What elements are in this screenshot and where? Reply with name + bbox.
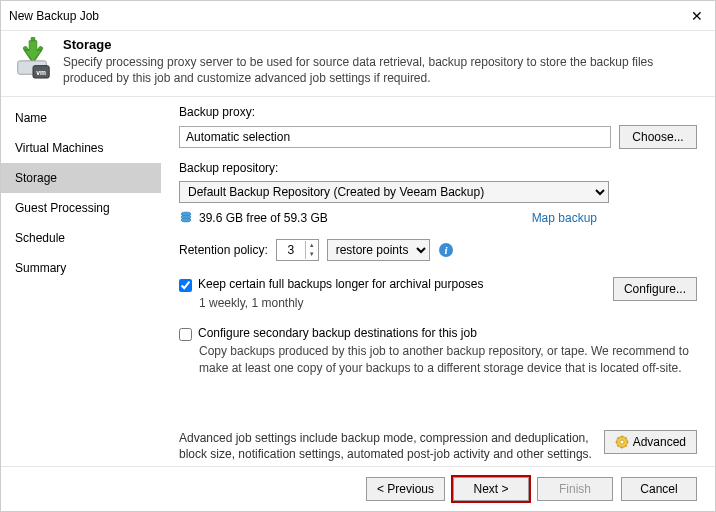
close-icon[interactable]: ✕ bbox=[687, 8, 707, 24]
finish-button[interactable]: Finish bbox=[537, 477, 613, 501]
backup-proxy-label: Backup proxy: bbox=[179, 105, 697, 119]
sidebar-item-name[interactable]: Name bbox=[1, 103, 161, 133]
free-space-text: 39.6 GB free of 59.3 GB bbox=[199, 211, 328, 225]
backup-repository-select[interactable]: Default Backup Repository (Created by Ve… bbox=[179, 181, 609, 203]
wizard-header: vm Storage Specify processing proxy serv… bbox=[1, 31, 715, 97]
retention-unit-select[interactable]: restore points bbox=[327, 239, 430, 261]
window-title: New Backup Job bbox=[9, 9, 687, 23]
wizard-footer: < Previous Next > Finish Cancel bbox=[1, 466, 715, 511]
advanced-button-label: Advanced bbox=[633, 435, 686, 449]
keep-full-checkbox-row[interactable]: Keep certain full backups longer for arc… bbox=[179, 277, 605, 292]
secondary-checkbox[interactable] bbox=[179, 328, 192, 341]
backup-repository-label: Backup repository: bbox=[179, 161, 697, 175]
configure-button[interactable]: Configure... bbox=[613, 277, 697, 301]
svg-marker-0 bbox=[24, 41, 41, 62]
svg-point-18 bbox=[620, 440, 624, 444]
retention-spinner[interactable]: ▲ ▼ bbox=[276, 239, 319, 261]
choose-button[interactable]: Choose... bbox=[619, 125, 697, 149]
svg-text:vm: vm bbox=[36, 69, 46, 76]
previous-button[interactable]: < Previous bbox=[366, 477, 445, 501]
header-description: Specify processing proxy server to be us… bbox=[63, 54, 703, 86]
header-title: Storage bbox=[63, 37, 703, 52]
title-bar: New Backup Job ✕ bbox=[1, 1, 715, 31]
map-backup-link[interactable]: Map backup bbox=[532, 211, 597, 225]
advanced-description: Advanced job settings include backup mod… bbox=[179, 430, 596, 462]
backup-proxy-input[interactable] bbox=[179, 126, 611, 148]
advanced-button[interactable]: Advanced bbox=[604, 430, 697, 454]
keep-full-checkbox[interactable] bbox=[179, 279, 192, 292]
wizard-sidebar: Name Virtual Machines Storage Guest Proc… bbox=[1, 97, 161, 466]
secondary-label: Configure secondary backup destinations … bbox=[198, 326, 477, 340]
sidebar-item-schedule[interactable]: Schedule bbox=[1, 223, 161, 253]
next-button[interactable]: Next > bbox=[453, 477, 529, 501]
secondary-description: Copy backups produced by this job to ano… bbox=[179, 343, 697, 375]
spinner-down-icon[interactable]: ▼ bbox=[306, 250, 318, 259]
keep-full-summary: 1 weekly, 1 monthly bbox=[179, 296, 605, 310]
sidebar-item-summary[interactable]: Summary bbox=[1, 253, 161, 283]
retention-policy-label: Retention policy: bbox=[179, 243, 268, 257]
window-root: New Backup Job ✕ vm Storage Specify proc… bbox=[0, 0, 716, 512]
sidebar-item-storage[interactable]: Storage bbox=[1, 163, 161, 193]
sidebar-item-virtual-machines[interactable]: Virtual Machines bbox=[1, 133, 161, 163]
svg-point-6 bbox=[181, 218, 191, 222]
keep-full-label: Keep certain full backups longer for arc… bbox=[198, 277, 484, 291]
disk-stack-icon bbox=[179, 211, 193, 225]
spinner-up-icon[interactable]: ▲ bbox=[306, 241, 318, 250]
main-panel: Backup proxy: Choose... Backup repositor… bbox=[161, 97, 715, 466]
cancel-button[interactable]: Cancel bbox=[621, 477, 697, 501]
retention-value-input[interactable] bbox=[277, 240, 305, 260]
info-icon[interactable]: i bbox=[438, 242, 454, 258]
secondary-checkbox-row[interactable]: Configure secondary backup destinations … bbox=[179, 326, 697, 341]
sidebar-item-guest-processing[interactable]: Guest Processing bbox=[1, 193, 161, 223]
gear-icon bbox=[615, 435, 629, 449]
app-icon: vm bbox=[13, 37, 53, 79]
